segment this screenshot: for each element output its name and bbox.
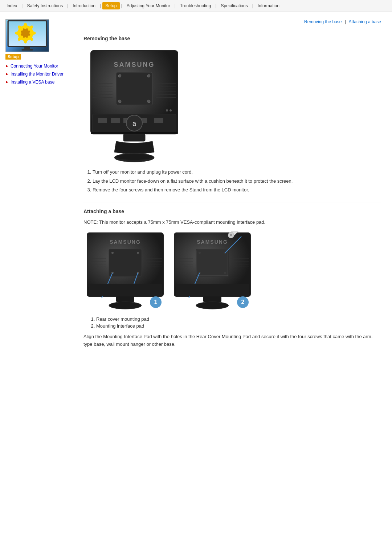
monitor-step2: SAMSUNG <box>171 231 254 311</box>
attaching-heading: Attaching a base <box>83 208 381 214</box>
svg-point-46 <box>166 109 168 112</box>
nav-specifications[interactable]: Specifications <box>218 2 251 9</box>
nav-intro[interactable]: Introduction <box>70 2 98 9</box>
sidebar-section-label: Setup <box>5 54 21 60</box>
svg-point-45 <box>116 154 152 160</box>
arrow-icon-1: ► <box>5 64 9 68</box>
main-content: Removing the base | Attaching a base Rem… <box>76 16 392 352</box>
attaching-note: NOTE: This monitor accepts a 75mm x 75mm… <box>83 219 381 226</box>
divider-middle <box>83 203 381 203</box>
svg-rect-93 <box>203 296 221 302</box>
svg-point-51 <box>111 252 114 254</box>
top-link-removing[interactable]: Removing the base <box>304 19 342 24</box>
sidebar-link-connecting[interactable]: Connecting Your Monitor <box>11 63 58 69</box>
nav-sep-1: | <box>21 3 23 8</box>
nav-sep-3: | <box>99 3 102 8</box>
nav-sep-6: | <box>215 3 217 8</box>
svg-point-7 <box>15 31 22 35</box>
attaching-description: Align the Mounting Interface Pad with th… <box>83 333 381 348</box>
svg-point-5 <box>24 23 27 29</box>
nav-safety[interactable]: Safety Instructions <box>24 2 66 9</box>
removing-instructions: Turn off your monitor and unplug its pow… <box>83 169 381 194</box>
nav-information[interactable]: Information <box>255 2 282 9</box>
svg-point-8 <box>29 31 36 35</box>
svg-text:a: a <box>132 120 136 127</box>
sidebar-item-installing[interactable]: ► Installing the Monitor Driver <box>5 71 71 77</box>
svg-text:SAMSUNG: SAMSUNG <box>197 239 228 245</box>
svg-rect-41 <box>123 134 145 141</box>
svg-rect-50 <box>109 249 142 276</box>
sidebar: Setup ► Connecting Your Monitor ► Instal… <box>0 16 76 352</box>
svg-rect-13 <box>24 47 30 49</box>
sidebar-link-installing[interactable]: Installing the Monitor Driver <box>11 71 64 77</box>
svg-rect-17 <box>116 72 152 105</box>
nav-sep-2: | <box>66 3 69 8</box>
nav-adjusting[interactable]: Adjusting Your Monitor <box>124 2 173 9</box>
attaching-item-1: Rear cover mounting pad <box>96 316 381 322</box>
svg-rect-65 <box>89 284 162 296</box>
svg-rect-35 <box>98 118 107 123</box>
instruction-item-3: Remove the four screws and then remove t… <box>93 186 381 194</box>
svg-rect-75 <box>197 250 228 276</box>
svg-rect-66 <box>116 296 134 302</box>
top-link-separator: | <box>345 19 346 24</box>
sidebar-image <box>5 19 49 52</box>
svg-point-21 <box>147 100 150 103</box>
svg-point-52 <box>137 252 139 254</box>
svg-point-20 <box>118 100 121 103</box>
attaching-list: Rear cover mounting pad Mounting interfa… <box>83 316 381 329</box>
step-badge-2: 2 <box>237 296 249 308</box>
monitor-back-svg: SAMSUNG <box>83 47 185 163</box>
step-badge-1: 1 <box>150 296 162 308</box>
svg-text:SAMSUNG: SAMSUNG <box>110 239 141 245</box>
svg-rect-36 <box>111 118 120 123</box>
svg-point-6 <box>24 37 27 44</box>
arrow-icon-3: ► <box>5 80 9 84</box>
svg-rect-40 <box>91 132 178 134</box>
sidebar-item-connecting[interactable]: ► Connecting Your Monitor <box>5 63 71 69</box>
navigation-bar: Index | Safety Instructions | Introducti… <box>0 0 392 12</box>
nav-index[interactable]: Index <box>4 2 20 9</box>
top-link-attaching[interactable]: Attaching a base <box>349 19 381 24</box>
nav-troubleshooting[interactable]: Troubleshooting <box>177 2 214 9</box>
svg-rect-39 <box>154 118 163 123</box>
main-container: Setup ► Connecting Your Monitor ► Instal… <box>0 12 392 356</box>
monitor-step1: SAMSUNG <box>83 231 167 311</box>
svg-point-67 <box>109 302 142 309</box>
instruction-item-1: Turn off your monitor and unplug its pow… <box>93 169 381 176</box>
svg-rect-14 <box>21 49 33 50</box>
svg-point-94 <box>196 302 229 309</box>
instruction-item-2: Lay the LCD monitor face-down on a flat … <box>93 178 381 185</box>
monitor-back-image: SAMSUNG <box>83 47 381 163</box>
svg-point-47 <box>170 109 172 112</box>
removing-heading: Removing the base <box>83 36 381 41</box>
nav-sep-4: | <box>121 3 123 8</box>
svg-rect-92 <box>176 284 249 296</box>
svg-text:SAMSUNG: SAMSUNG <box>114 61 155 68</box>
monitors-pair-image: SAMSUNG <box>83 231 381 311</box>
arrow-icon-2: ► <box>5 72 9 76</box>
removing-section: Removing the base <box>83 36 381 194</box>
sidebar-link-vesa[interactable]: Installing a VESA base <box>11 79 54 85</box>
sidebar-nav: ► Connecting Your Monitor ► Installing t… <box>5 63 71 85</box>
sidebar-item-vesa[interactable]: ► Installing a VESA base <box>5 79 71 85</box>
nav-sep-5: | <box>174 3 176 8</box>
svg-point-18 <box>118 74 121 77</box>
nav-sep-7: | <box>252 3 254 8</box>
svg-point-19 <box>147 74 150 77</box>
top-links: Removing the base | Attaching a base <box>83 19 381 24</box>
divider-top <box>83 30 381 30</box>
attaching-section: Attaching a base NOTE: This monitor acce… <box>83 208 381 348</box>
attaching-item-2: Mounting interface pad <box>96 323 381 329</box>
nav-setup[interactable]: Setup <box>102 2 119 9</box>
